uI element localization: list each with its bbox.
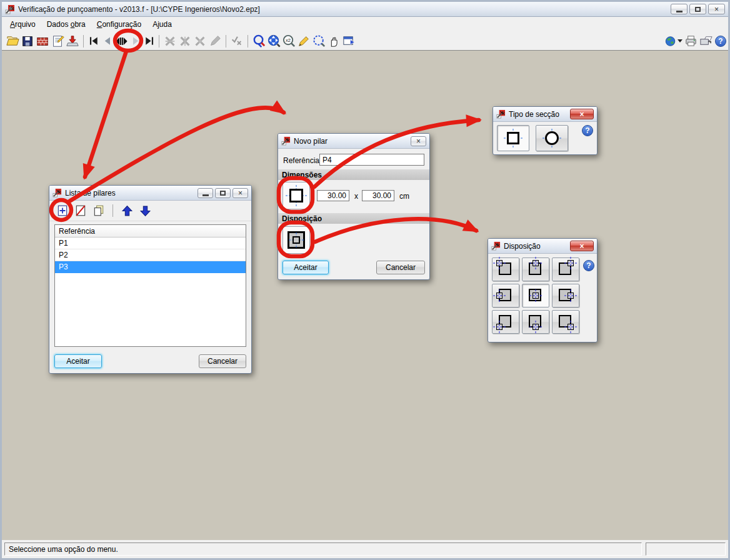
novo-aceitar-button[interactable]: Aceitar xyxy=(282,261,329,274)
cype-dialog-icon xyxy=(496,109,506,119)
move-up-icon xyxy=(121,205,133,217)
help-icon: ? xyxy=(585,126,589,135)
option-disposition-bottom-left[interactable] xyxy=(492,310,519,334)
copy-icon xyxy=(92,204,105,217)
pan-hand-icon xyxy=(327,34,341,48)
referencia-input[interactable] xyxy=(319,154,424,166)
option-disposition-top-right[interactable] xyxy=(552,258,579,281)
window-controls: × xyxy=(671,4,725,14)
pan-button[interactable] xyxy=(326,34,341,49)
lista-close-button[interactable]: × xyxy=(232,188,248,198)
first-record-button[interactable] xyxy=(87,34,101,49)
minimize-icon xyxy=(676,11,682,12)
disposicao-close-button[interactable]: × xyxy=(570,241,594,251)
option-disposition-top-center[interactable] xyxy=(522,258,549,281)
zoom-x2-button[interactable]: x2 xyxy=(281,34,296,49)
brick-wall-icon xyxy=(36,34,49,48)
lista-window-controls: × xyxy=(198,188,248,198)
zoom-extents-button[interactable] xyxy=(266,34,281,49)
status-secondary-pane xyxy=(646,542,726,556)
edit-pencil-button[interactable] xyxy=(296,34,311,49)
last-record-button[interactable] xyxy=(142,34,156,49)
globe-icon xyxy=(664,35,677,48)
disabled-tool-icon xyxy=(163,34,177,48)
obra-data-button[interactable] xyxy=(35,34,50,49)
disposition-top-center-icon xyxy=(527,261,544,278)
lista-minimize-button[interactable] xyxy=(198,188,213,198)
width-input[interactable] xyxy=(317,190,349,201)
main-menu: Arquivo Dados obra Configuração Ajuda xyxy=(2,17,728,32)
lista-aceitar-button[interactable]: Aceitar xyxy=(54,354,102,368)
menu-configuracao[interactable]: Configuração xyxy=(91,18,147,31)
menu-arquivo[interactable]: Arquivo xyxy=(4,18,41,31)
close-icon: × xyxy=(238,189,242,197)
disabled-toggle-button xyxy=(229,34,244,49)
close-button[interactable]: × xyxy=(708,4,725,14)
option-disposition-center[interactable] xyxy=(522,284,549,308)
minimize-button[interactable] xyxy=(671,4,688,14)
section-type-button[interactable] xyxy=(282,182,310,209)
height-input[interactable] xyxy=(362,190,394,201)
previous-record-button[interactable] xyxy=(101,34,114,49)
print-button[interactable] xyxy=(683,34,698,49)
printer-icon xyxy=(684,34,698,48)
add-pilar-button[interactable] xyxy=(55,203,70,218)
disposition-button[interactable] xyxy=(282,226,310,254)
disposicao-header: Disposição xyxy=(278,213,429,224)
edit-pilar-button[interactable] xyxy=(73,203,88,218)
disposicao-title: Disposição xyxy=(504,242,541,251)
list-item-selected[interactable]: P3 xyxy=(55,261,246,273)
option-circular-section[interactable] xyxy=(536,125,568,151)
option-square-section[interactable] xyxy=(497,125,529,151)
tipo-close-button[interactable]: × xyxy=(570,109,594,119)
zoom-extents-icon xyxy=(267,34,281,48)
novo-titlebar: Novo pilar × xyxy=(278,134,429,149)
novo-close-button[interactable]: × xyxy=(411,136,426,146)
cype-dialog-icon xyxy=(281,136,291,146)
copy-pilar-button[interactable] xyxy=(91,203,106,218)
app-window: Verificação de punçoamento - v2013.f - [… xyxy=(0,0,730,560)
plot-button[interactable] xyxy=(698,34,713,49)
zoom-x2-icon: x2 xyxy=(282,34,296,48)
novo-cancelar-button[interactable]: Cancelar xyxy=(376,261,425,274)
redraw-button[interactable] xyxy=(251,34,266,49)
pencil-icon xyxy=(297,34,311,48)
next-record-button[interactable] xyxy=(128,34,142,49)
open-file-button[interactable] xyxy=(5,34,20,49)
workspace-canvas[interactable]: Lista de pilares × xyxy=(2,51,728,540)
window-config-button[interactable] xyxy=(341,34,356,49)
properties-button[interactable] xyxy=(50,34,65,49)
disposicao-help-button[interactable]: ? xyxy=(583,260,594,271)
square-section-icon xyxy=(286,185,307,206)
list-item[interactable]: P2 xyxy=(55,249,246,261)
menu-ajuda[interactable]: Ajuda xyxy=(147,18,178,31)
maximize-button[interactable] xyxy=(689,4,706,14)
disabled-check-x-icon xyxy=(230,34,244,48)
cype-dialog-icon xyxy=(52,188,62,198)
online-services-button[interactable] xyxy=(663,34,683,49)
status-bar: Seleccione uma opção do menu. xyxy=(2,540,728,558)
tipo-title: Tipo de secção xyxy=(509,110,559,119)
option-disposition-top-left[interactable] xyxy=(492,258,519,281)
lista-maximize-button[interactable] xyxy=(215,188,231,198)
option-disposition-bottom-right[interactable] xyxy=(552,310,579,334)
window-titlebar: Verificação de punçoamento - v2013.f - [… xyxy=(2,2,728,17)
close-icon: × xyxy=(714,6,719,13)
fit-both-button[interactable] xyxy=(114,34,128,49)
lista-cancelar-button[interactable]: Cancelar xyxy=(199,354,246,368)
import-button[interactable] xyxy=(65,34,80,49)
option-disposition-bottom-center[interactable] xyxy=(522,310,549,334)
option-disposition-middle-right[interactable] xyxy=(552,284,579,308)
zoom-window-button[interactable] xyxy=(311,34,326,49)
list-item[interactable]: P1 xyxy=(55,238,246,249)
move-down-button[interactable] xyxy=(138,203,152,218)
move-up-button[interactable] xyxy=(119,203,134,218)
help-button[interactable]: ? xyxy=(713,34,728,49)
save-button[interactable] xyxy=(20,34,35,49)
tipo-help-button[interactable]: ? xyxy=(582,125,593,136)
option-disposition-middle-left[interactable] xyxy=(492,284,519,308)
redraw-magnifier-icon xyxy=(252,34,266,48)
toolbar-separator xyxy=(83,35,84,48)
menu-dados-obra[interactable]: Dados obra xyxy=(41,18,91,31)
toolbar-separator xyxy=(248,35,248,48)
